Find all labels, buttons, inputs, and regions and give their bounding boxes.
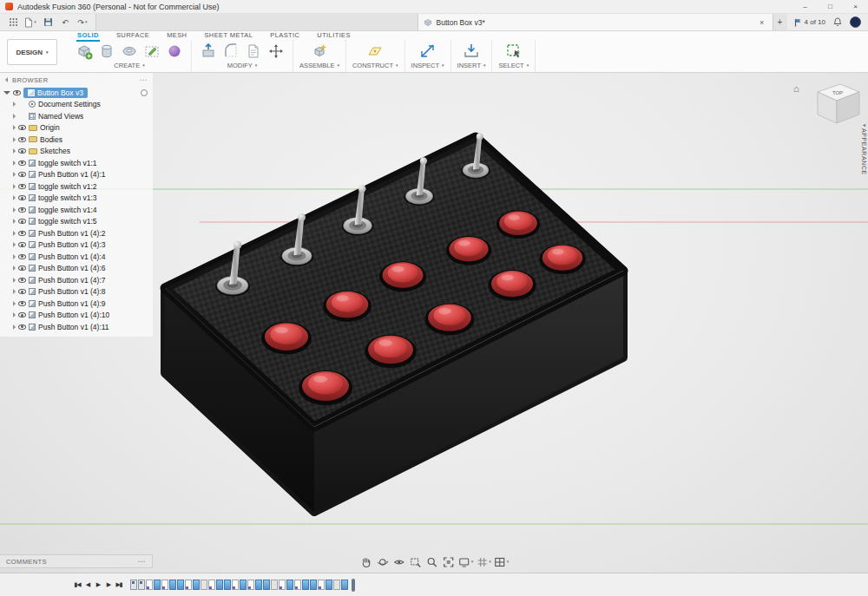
group-label-inspect[interactable]: INSPECT▾ (411, 62, 444, 72)
timeline-feature-sketch[interactable] (247, 580, 254, 590)
undo-icon[interactable]: ↶ (58, 16, 72, 29)
select-icon[interactable] (503, 41, 524, 62)
timeline-feature-fillet[interactable] (201, 580, 207, 590)
collapse-panel-icon[interactable] (5, 77, 8, 82)
visibility-eye-icon[interactable] (18, 195, 26, 200)
document-tab[interactable]: Button Box v3* × (418, 14, 773, 30)
visibility-eye-icon[interactable] (18, 278, 26, 283)
timeline-feature-sketch[interactable] (161, 580, 168, 590)
timeline-feature-extrude[interactable] (169, 580, 176, 590)
browser-row[interactable]: Origin (0, 122, 153, 134)
timeline-feature-fillet[interactable] (333, 580, 340, 590)
torus-icon[interactable] (119, 41, 140, 62)
viewports-icon[interactable]: ▾ (494, 555, 510, 568)
timeline-feature-sketch[interactable] (279, 580, 286, 590)
step-forward-icon[interactable]: ▶ (104, 581, 113, 588)
visibility-eye-icon[interactable] (18, 219, 26, 224)
minimize-button[interactable]: – (792, 0, 818, 13)
viewport[interactable]: BROWSER ⋯ Button Box v3 Document Setting… (0, 73, 868, 573)
visibility-eye-icon[interactable] (18, 312, 26, 318)
look-at-icon[interactable] (392, 555, 406, 568)
user-avatar[interactable] (850, 16, 861, 28)
visibility-eye-icon[interactable] (18, 254, 26, 259)
view-cube-widget[interactable]: ⌂ TOP (788, 78, 865, 132)
timeline-feature-extrude[interactable] (263, 580, 270, 590)
home-view-icon[interactable]: ⌂ (793, 83, 799, 94)
tab-close-icon[interactable]: × (757, 18, 767, 27)
expand-caret[interactable] (13, 207, 16, 213)
visibility-eye-icon[interactable] (13, 90, 21, 95)
view-cube[interactable]: TOP (809, 78, 863, 128)
expand-caret[interactable] (13, 195, 16, 200)
step-back-icon[interactable]: ◀ (83, 581, 92, 588)
comments-bar[interactable]: COMMENTS ⋯ (0, 554, 153, 568)
group-label-select[interactable]: SELECT▾ (498, 62, 529, 72)
activate-component-radio[interactable] (141, 89, 148, 96)
browser-row[interactable]: Sketches (0, 146, 153, 158)
app-grid-icon[interactable] (6, 16, 20, 29)
pan-icon[interactable] (359, 555, 373, 568)
expand-caret[interactable] (13, 278, 16, 283)
measure-icon[interactable] (418, 41, 438, 62)
visibility-eye-icon[interactable] (18, 207, 26, 213)
visibility-eye-icon[interactable] (18, 265, 26, 271)
browser-row[interactable]: toggle switch v1:4 (0, 204, 153, 216)
timeline-feature-sketch[interactable] (294, 580, 301, 590)
expand-caret[interactable] (13, 265, 16, 271)
form-sphere-icon[interactable] (164, 41, 185, 62)
ribbon-tab-plastic[interactable]: PLASTIC (269, 31, 300, 40)
push-button-red[interactable] (379, 261, 426, 291)
browser-row[interactable]: Push Button v1 (4):3 (0, 239, 153, 252)
ribbon-tab-surface[interactable]: SURFACE (115, 31, 150, 40)
job-status-badge[interactable]: 4 of 10 (794, 18, 825, 27)
group-label-modify[interactable]: MODIFY▾ (227, 62, 258, 72)
browser-header[interactable]: BROWSER ⋯ (0, 73, 153, 87)
timeline-position-marker[interactable] (352, 579, 355, 592)
visibility-eye-icon[interactable] (18, 160, 26, 166)
browser-row[interactable]: Push Button v1 (4):10 (0, 310, 153, 322)
browser-options-icon[interactable]: ⋯ (140, 75, 148, 84)
ribbon-tab-utilities[interactable]: UTILITIES (316, 31, 352, 40)
browser-row[interactable]: Push Button v1 (4):7 (0, 274, 153, 286)
expand-caret[interactable] (13, 231, 16, 236)
timeline-feature-sketch[interactable] (208, 580, 215, 590)
timeline-feature-extrude[interactable] (154, 580, 161, 590)
visibility-eye-icon[interactable] (18, 289, 26, 294)
push-button-red[interactable] (496, 211, 540, 239)
timeline-feature-extrude[interactable] (255, 580, 262, 590)
browser-row[interactable]: Named Views (0, 110, 153, 122)
new-tab-button[interactable]: + (773, 14, 787, 30)
visibility-eye-icon[interactable] (18, 172, 26, 177)
expand-caret[interactable] (13, 172, 16, 177)
timeline-feature-sketch[interactable] (232, 580, 239, 590)
timeline-feature-extrude[interactable] (177, 580, 184, 590)
push-button-red[interactable] (446, 236, 491, 265)
expand-caret[interactable] (13, 254, 16, 259)
visibility-eye-icon[interactable] (18, 324, 26, 330)
visibility-eye-icon[interactable] (18, 137, 26, 142)
browser-row[interactable]: Push Button v1 (4):8 (0, 286, 153, 298)
expand-caret[interactable] (13, 148, 16, 154)
browser-row[interactable]: toggle switch v1:2 (0, 180, 153, 193)
browser-row[interactable]: Push Button v1 (4):4 (0, 251, 153, 263)
push-button-red[interactable] (299, 370, 352, 405)
display-settings-icon[interactable]: ▾ (458, 555, 474, 568)
visibility-eye-icon[interactable] (18, 184, 26, 189)
expand-caret[interactable] (13, 289, 16, 294)
expand-caret[interactable] (13, 324, 16, 330)
group-label-assemble[interactable]: ASSEMBLE▾ (299, 62, 339, 72)
workspace-selector[interactable]: DESIGN▾ (7, 39, 57, 65)
browser-row[interactable]: Push Button v1 (4):9 (0, 298, 153, 310)
group-label-create[interactable]: CREATE▾ (114, 62, 144, 72)
press-pull-icon[interactable] (198, 41, 219, 62)
timeline-feature-extrude[interactable] (326, 580, 332, 590)
visibility-eye-icon[interactable] (18, 242, 26, 247)
fillet-icon[interactable] (220, 41, 241, 62)
grid-settings-icon[interactable]: ▾ (476, 555, 491, 568)
expand-caret[interactable] (13, 242, 16, 247)
browser-root-row[interactable]: Button Box v3 (0, 87, 153, 99)
group-label-insert[interactable]: INSERT▾ (457, 62, 486, 72)
zoom-icon[interactable] (425, 555, 439, 568)
browser-row[interactable]: toggle switch v1:3 (0, 193, 153, 205)
expand-caret[interactable] (13, 114, 16, 119)
